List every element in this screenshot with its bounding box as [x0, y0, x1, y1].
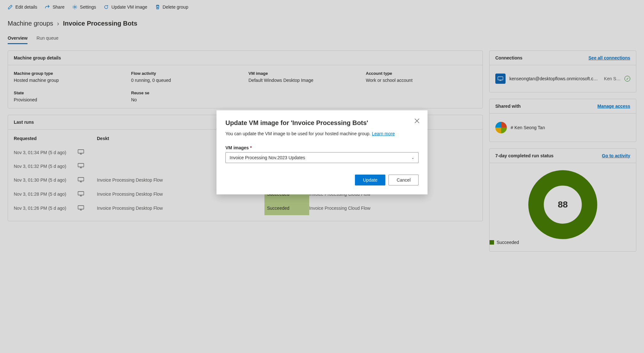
- close-icon: [414, 118, 420, 124]
- desktop-icon: [78, 149, 84, 154]
- update-button[interactable]: Update: [355, 175, 385, 185]
- svg-rect-5: [78, 206, 84, 209]
- machine-icon-cell: [78, 205, 97, 211]
- field-label: VM images *: [225, 145, 419, 150]
- manage-access-link[interactable]: Manage access: [597, 104, 630, 109]
- cancel-button[interactable]: Cancel: [389, 175, 419, 185]
- chart-title: 7-day completed run status: [495, 153, 554, 158]
- tab-overview[interactable]: Overview: [8, 35, 27, 44]
- settings-button[interactable]: Settings: [72, 4, 96, 10]
- shared-user-row[interactable]: # Ken Seong Tan: [495, 119, 630, 136]
- command-bar: Edit details Share Settings Update VM im…: [0, 0, 644, 14]
- refresh-icon: [104, 4, 109, 10]
- update-vm-image-button[interactable]: Update VM image: [104, 4, 147, 10]
- machine-icon-cell: [78, 149, 97, 155]
- vm-images-select[interactable]: Invoice Processing Nov.2023 Updates ⌄: [225, 152, 419, 163]
- learn-more-link[interactable]: Learn more: [372, 131, 395, 136]
- svg-rect-3: [78, 177, 84, 181]
- tab-bar: Overview Run queue: [0, 30, 644, 44]
- detail-item: Flow activity 0 running, 0 queued: [131, 71, 242, 83]
- detail-label: VM image: [248, 71, 359, 76]
- svg-rect-2: [78, 163, 84, 167]
- card-header: 7-day completed run status Go to activit…: [490, 149, 636, 163]
- detail-item: Reuse se No: [131, 90, 242, 102]
- connections-card: Connections See all connections kenseong…: [489, 51, 636, 92]
- tab-run-queue[interactable]: Run queue: [36, 35, 59, 44]
- detail-label: Machine group type: [14, 71, 125, 76]
- details-grid: Machine group type Hosted machine group …: [14, 71, 477, 102]
- run-time: Nov 3, 01:26 PM (5 d ago): [14, 206, 78, 211]
- check-circle-icon: ✓: [624, 76, 630, 82]
- toolbar-label: Edit details: [15, 4, 37, 10]
- detail-value: Default Windows Desktop Image: [248, 78, 359, 83]
- select-value: Invoice Processing Nov.2023 Updates: [230, 155, 305, 160]
- svg-rect-6: [498, 77, 503, 80]
- desktop-flow-name: Invoice Processing Desktop Flow: [97, 206, 264, 211]
- detail-label: Reuse se: [131, 90, 242, 95]
- detail-value: Hosted machine group: [14, 78, 125, 83]
- desktop-icon: [78, 205, 84, 210]
- run-time: Nov 3, 01:34 PM (5 d ago): [14, 150, 78, 155]
- column-requested: Requested: [14, 136, 78, 141]
- detail-value: No: [131, 97, 242, 102]
- see-all-connections-link[interactable]: See all connections: [588, 55, 630, 60]
- dialog-actions: Update Cancel: [225, 175, 419, 185]
- toolbar-label: Share: [52, 4, 64, 10]
- breadcrumb-current: Invoice Processing Bots: [63, 20, 137, 27]
- connection-email: kenseongtan@desktopflows.onmicrosoft.c…: [509, 76, 600, 81]
- close-button[interactable]: [414, 118, 420, 124]
- desktop-flow-icon: [495, 74, 506, 84]
- toolbar-label: Delete group: [163, 4, 188, 10]
- desktop-icon: [78, 177, 84, 182]
- toolbar-label: Settings: [80, 4, 96, 10]
- detail-item: VM image Default Windows Desktop Image: [248, 71, 359, 83]
- run-row[interactable]: Nov 3, 01:26 PM (5 d ago)Invoice Process…: [14, 201, 477, 215]
- donut-chart: 88: [528, 169, 598, 240]
- legend-swatch-icon: [490, 240, 494, 245]
- dialog-title: Update VM image for 'Invoice Processing …: [225, 119, 419, 127]
- gear-icon: [72, 4, 77, 10]
- chevron-down-icon: ⌄: [411, 155, 414, 160]
- svg-point-0: [74, 6, 75, 8]
- share-icon: [45, 4, 50, 10]
- machine-icon-cell: [78, 191, 97, 197]
- detail-value: 0 running, 0 queued: [131, 78, 242, 83]
- run-time: Nov 3, 01:30 PM (5 d ago): [14, 177, 78, 183]
- cloud-flow-name: Invoice Processing Cloud Flow: [309, 206, 477, 211]
- card-header: Connections See all connections: [490, 51, 636, 65]
- detail-label: Account type: [366, 71, 477, 76]
- avatar: [495, 122, 507, 133]
- detail-item: Account type Work or school account: [366, 71, 477, 83]
- legend-label: Succeeded: [497, 240, 519, 245]
- toolbar-label: Update VM image: [111, 4, 147, 10]
- detail-value: Work or school account: [366, 78, 477, 83]
- legend-item: Succeeded: [490, 240, 519, 245]
- trash-icon: [155, 4, 160, 10]
- machine-icon-cell: [78, 163, 97, 169]
- connection-row[interactable]: kenseongtan@desktopflows.onmicrosoft.c… …: [495, 71, 630, 86]
- detail-value: Provisioned: [14, 97, 125, 102]
- shared-with-card: Shared with Manage access # Ken Seong Ta…: [489, 99, 636, 142]
- detail-label: Flow activity: [131, 71, 242, 76]
- svg-rect-1: [78, 150, 84, 153]
- edit-details-button[interactable]: Edit details: [8, 4, 37, 10]
- machine-icon-cell: [78, 177, 97, 183]
- share-button[interactable]: Share: [45, 4, 64, 10]
- pencil-icon: [8, 4, 13, 10]
- donut-center-value: 88: [528, 169, 598, 240]
- machine-group-details-card: Machine group details Machine group type…: [8, 51, 483, 108]
- card-header: Machine group details: [8, 51, 483, 65]
- desktop-icon: [78, 191, 84, 196]
- shared-with-title: Shared with: [495, 104, 521, 109]
- svg-rect-4: [78, 192, 84, 195]
- delete-group-button[interactable]: Delete group: [155, 4, 188, 10]
- breadcrumb-root[interactable]: Machine groups: [8, 20, 53, 27]
- detail-item: State Provisioned: [14, 90, 125, 102]
- breadcrumb: Machine groups › Invoice Processing Bots: [0, 14, 644, 30]
- connection-user-short: Ken S…: [604, 76, 621, 81]
- update-vm-image-dialog: Update VM image for 'Invoice Processing …: [216, 110, 428, 194]
- card-header: Shared with Manage access: [490, 99, 636, 114]
- right-column: Connections See all connections kenseong…: [489, 51, 636, 252]
- shared-user-name: # Ken Seong Tan: [511, 125, 545, 130]
- go-to-activity-link[interactable]: Go to activity: [602, 153, 630, 158]
